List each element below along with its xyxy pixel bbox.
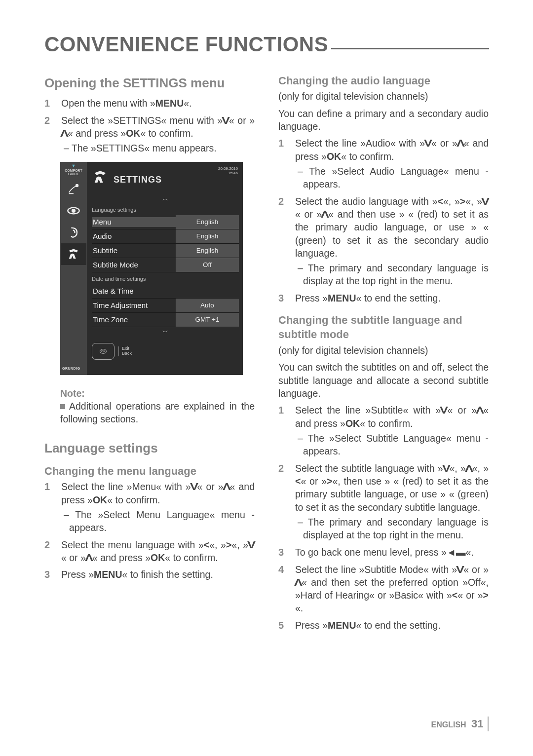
step-text: Select the audio language with »<«, »>«,…: [295, 195, 489, 288]
settings-icon-active: [61, 243, 86, 265]
right-icon: >: [226, 538, 231, 551]
up-icon: Λ: [85, 551, 93, 564]
step-text: Open the menu with »MENU«.: [61, 97, 255, 110]
step-text: Select the subtitle language with »V«, »…: [295, 462, 489, 542]
step-sub: – The »Select Menu Language« menu ­appea…: [61, 508, 255, 534]
menu-language-steps: 1 Select the line »Menu« with »V« or »Λ«…: [44, 480, 255, 581]
down-icon: V: [247, 538, 256, 551]
note-text: Additional operations are explained in t…: [60, 401, 255, 424]
subtitle-steps: 1 Select the line »Subtitle« with »V« or…: [278, 404, 489, 632]
heading-subtitle: Changing the subtitle language and subti…: [278, 313, 489, 342]
satellite-icon: [64, 178, 83, 200]
down-icon: V: [222, 114, 230, 127]
up-icon: Λ: [457, 137, 465, 150]
settings-menu-screenshot: ▼COMFORT GUIDE GRUNDIG: [60, 162, 243, 375]
down-icon: V: [190, 480, 198, 493]
menu-sidebar: ▼COMFORT GUIDE GRUNDIG: [60, 162, 87, 375]
menu-row: MenuEnglish: [92, 215, 239, 229]
svg-point-0: [76, 185, 78, 187]
subheading-note: (only for digital television channels): [278, 344, 489, 357]
intro-text: You can switch the subtitles on and off,…: [278, 361, 489, 400]
right-column: Changing the audio language (only for di…: [278, 72, 489, 636]
menu-row: AudioEnglish: [92, 229, 239, 244]
step-text: Select the line »Menu« with »V« or »Λ« a…: [61, 480, 255, 534]
page: CONVENIENCE FUNCTIONS Opening the SETTIN…: [0, 0, 533, 666]
note-block: Note: Additional operations are explaine…: [44, 387, 255, 426]
menu-row: Time AdjustmentAuto: [92, 299, 239, 313]
svg-point-2: [72, 209, 76, 213]
up-icon: Λ: [223, 480, 231, 493]
step-text: Press »MENU« to end the setting.: [295, 292, 489, 305]
open-settings-steps: 1 Open the menu with »MENU«. 2 Select th…: [44, 97, 255, 155]
note-label: Note:: [60, 387, 255, 400]
right-icon: >: [327, 475, 332, 488]
menu-row: SubtitleEnglish: [92, 244, 239, 258]
down-icon: V: [481, 195, 490, 208]
heading-menu-language: Changing the menu language: [44, 464, 255, 479]
step-text: Press »MENU« to finish the setting.: [61, 568, 255, 581]
step-text: Select the line »Subtitle Mode« with »V«…: [295, 563, 489, 615]
menu-title: SETTINGS: [114, 174, 162, 186]
heading-audio-language: Changing the audio language: [278, 74, 489, 88]
left-icon: <: [204, 538, 209, 551]
menu-datetime: 20.09.201015:46: [218, 167, 238, 176]
remote-hint: OK ExitBack: [92, 343, 239, 360]
step-text: Select the »SETTINGS« menu with »V« or »…: [61, 114, 255, 155]
menu-row: Subtitle ModeOff: [92, 258, 239, 272]
menu-row: Date & Time: [92, 284, 239, 299]
menu-body: 20.09.201015:46 SETTINGS ︿ Language sett…: [87, 162, 243, 375]
bullet-icon: [60, 404, 65, 409]
right-icon: >: [483, 589, 489, 602]
step-text: Select the line »Subtitle« with »V« or »…: [295, 404, 489, 457]
left-column: Opening the SETTINGS menu 1 Open the men…: [44, 72, 255, 636]
step-sub: – The primary and secondary language is …: [295, 262, 489, 288]
page-number: 31: [471, 718, 483, 730]
chevron-up-icon: ︿: [92, 194, 239, 202]
step-sub: – The »SETTINGS« menu appears.: [61, 142, 255, 154]
page-title: CONVENIENCE FUNCTIONS: [44, 31, 489, 59]
chevron-down-icon: ﹀: [92, 328, 239, 336]
step-text: Select the menu language with »<«, »>«, …: [61, 538, 255, 565]
up-icon: Λ: [465, 462, 473, 475]
heading-language-settings: Language settings: [44, 440, 255, 457]
step-sub: – The primary and secondary language is …: [295, 516, 489, 542]
step-text: Press »MENU« to end the setting.: [295, 619, 489, 632]
ear-icon: [64, 222, 83, 243]
up-icon: Λ: [476, 404, 484, 416]
step-text: To go back one menu level, press »◄▬«.: [295, 546, 489, 559]
step-sub: – The »Select Subtitle Language« menu ­a…: [295, 432, 489, 458]
left-icon: <: [295, 475, 301, 488]
down-icon: V: [440, 404, 449, 416]
page-footer: ENGLISH 31: [431, 717, 489, 731]
brand-label: GRUNDIG: [62, 366, 80, 371]
audio-language-steps: 1 Select the line »Audio« with »V« or »Λ…: [278, 137, 489, 304]
menu-section: Date and time settings: [92, 275, 239, 283]
footer-language: ENGLISH: [431, 720, 466, 729]
step-sub: – The »Select Audio Language« menu ­appe…: [295, 165, 489, 191]
intro-text: You can define a primary and a secondary…: [278, 107, 489, 133]
down-icon: V: [424, 137, 432, 150]
step-text: Select the line »Audio« with »V« or »Λ« …: [295, 137, 489, 190]
down-icon: V: [456, 563, 464, 576]
back-icon: ◄▬: [447, 546, 466, 559]
menu-row: Time ZoneGMT +1: [92, 313, 239, 327]
left-icon: <: [438, 195, 443, 208]
menu-tab: ▼COMFORT GUIDE: [60, 162, 87, 178]
left-icon: <: [452, 589, 457, 602]
eye-icon: [64, 200, 83, 222]
up-icon: Λ: [294, 576, 303, 589]
right-icon: >: [460, 195, 465, 208]
up-icon: Λ: [60, 127, 69, 140]
gear-icon: [92, 169, 109, 191]
up-icon: Λ: [321, 208, 329, 221]
menu-section: Language settings: [92, 206, 239, 214]
heading-open-settings: Opening the SETTINGS menu: [44, 75, 255, 92]
down-icon: V: [442, 462, 451, 475]
columns: Opening the SETTINGS menu 1 Open the men…: [44, 72, 489, 636]
subheading-note: (only for digital television channels): [278, 90, 489, 103]
